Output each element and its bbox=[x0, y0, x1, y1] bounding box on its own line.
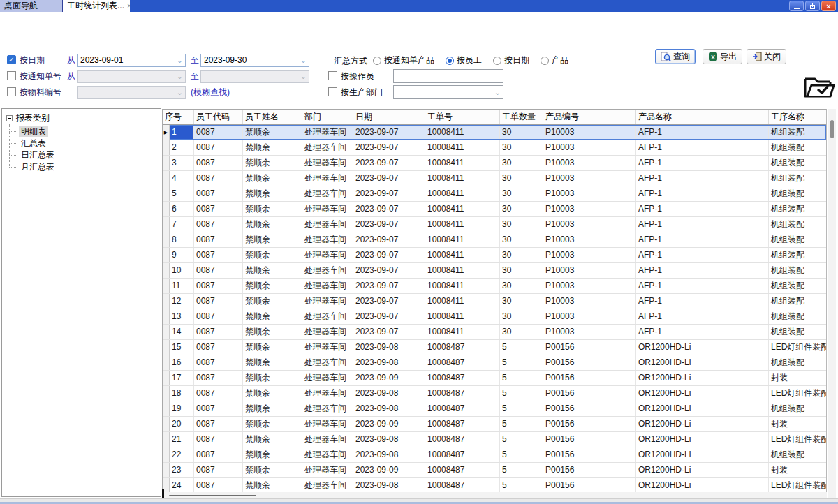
table-cell[interactable]: 禁顺余 bbox=[243, 309, 302, 324]
table-cell[interactable]: 2023-09-08 bbox=[353, 478, 425, 493]
table-cell[interactable]: 10008411 bbox=[425, 156, 500, 170]
table-cell[interactable]: OR1200HD-Li bbox=[636, 386, 769, 401]
table-cell[interactable]: 0087 bbox=[194, 417, 243, 431]
table-row[interactable]: 60087禁顺余处理器车间2023-09-071000841130P10003A… bbox=[163, 202, 826, 217]
table-cell[interactable]: 5 bbox=[500, 386, 543, 401]
table-cell[interactable]: 禁顺余 bbox=[243, 263, 302, 278]
table-cell[interactable]: 22 bbox=[170, 447, 194, 462]
table-row[interactable]: 40087禁顺余处理器车间2023-09-071000841130P10003A… bbox=[163, 171, 826, 186]
table-cell[interactable]: LED灯组件装配 bbox=[769, 340, 827, 355]
table-cell[interactable]: 处理器车间 bbox=[302, 186, 353, 201]
table-cell[interactable]: 禁顺余 bbox=[243, 279, 302, 293]
table-cell[interactable]: 0087 bbox=[194, 171, 243, 186]
table-cell[interactable]: 0087 bbox=[194, 202, 243, 216]
close-page-button[interactable]: 关闭 bbox=[747, 49, 786, 64]
table-cell[interactable]: 19 bbox=[170, 401, 194, 416]
chevron-down-icon[interactable]: ⌄ bbox=[300, 54, 307, 66]
table-cell[interactable]: 处理器车间 bbox=[302, 294, 353, 309]
table-cell[interactable]: 30 bbox=[500, 294, 543, 309]
table-cell[interactable]: 2023-09-07 bbox=[353, 186, 425, 201]
table-cell[interactable]: 2023-09-07 bbox=[353, 171, 425, 186]
tab-worktime-list[interactable]: 工时统计列表... × bbox=[63, 0, 130, 12]
table-cell[interactable]: 16 bbox=[170, 355, 194, 370]
table-cell[interactable]: 4 bbox=[170, 171, 194, 186]
table-cell[interactable]: OR1200HD-Li bbox=[636, 401, 769, 416]
table-cell[interactable]: 处理器车间 bbox=[302, 355, 353, 370]
table-cell[interactable]: 禁顺余 bbox=[243, 232, 302, 247]
chevron-down-icon[interactable]: ⌄ bbox=[177, 54, 183, 66]
table-cell[interactable]: OR1200HD-Li bbox=[636, 432, 769, 447]
table-cell[interactable]: 处理器车间 bbox=[302, 417, 353, 431]
table-cell[interactable]: 处理器车间 bbox=[302, 447, 353, 462]
table-row[interactable]: 120087禁顺余处理器车间2023-09-071000841130P10003… bbox=[163, 294, 826, 309]
column-header[interactable]: 员工姓名 bbox=[243, 110, 302, 124]
table-cell[interactable]: 0087 bbox=[194, 355, 243, 370]
table-cell[interactable]: 禁顺余 bbox=[243, 140, 302, 155]
table-cell[interactable]: 禁顺余 bbox=[243, 355, 302, 370]
table-cell[interactable]: 处理器车间 bbox=[302, 125, 353, 140]
table-cell[interactable]: AFP-1 bbox=[636, 294, 769, 309]
tab-close-icon[interactable]: × bbox=[127, 2, 130, 10]
table-cell[interactable]: 2023-09-07 bbox=[353, 279, 425, 293]
table-cell[interactable]: 2023-09-08 bbox=[353, 340, 425, 355]
table-cell[interactable]: 2023-09-07 bbox=[353, 140, 425, 155]
table-cell[interactable]: AFP-1 bbox=[636, 156, 769, 170]
table-cell[interactable]: 0087 bbox=[194, 248, 243, 262]
table-cell[interactable]: 禁顺余 bbox=[243, 447, 302, 462]
table-cell[interactable]: 10008487 bbox=[425, 447, 500, 462]
table-cell[interactable]: 15 bbox=[170, 340, 194, 355]
table-cell[interactable]: 2023-09-08 bbox=[353, 401, 425, 416]
table-cell[interactable]: 0087 bbox=[194, 447, 243, 462]
table-row[interactable]: 70087禁顺余处理器车间2023-09-071000841130P10003A… bbox=[163, 217, 826, 232]
table-cell[interactable]: P00156 bbox=[543, 371, 636, 385]
table-cell[interactable]: P00156 bbox=[543, 386, 636, 401]
table-cell[interactable]: 机组装配 bbox=[769, 202, 827, 216]
table-cell[interactable]: 10008411 bbox=[425, 248, 500, 262]
table-row[interactable]: 30087禁顺余处理器车间2023-09-071000841130P10003A… bbox=[163, 156, 826, 171]
by-date-checkbox[interactable]: ✓ bbox=[7, 55, 16, 64]
table-cell[interactable]: AFP-1 bbox=[636, 279, 769, 293]
table-cell[interactable]: 处理器车间 bbox=[302, 202, 353, 216]
table-cell[interactable]: 0087 bbox=[194, 125, 243, 140]
table-row[interactable]: 90087禁顺余处理器车间2023-09-071000841130P10003A… bbox=[163, 248, 826, 263]
table-cell[interactable]: 30 bbox=[500, 248, 543, 262]
table-cell[interactable]: 2023-09-08 bbox=[353, 386, 425, 401]
table-cell[interactable]: 21 bbox=[170, 432, 194, 447]
table-cell[interactable]: 处理器车间 bbox=[302, 140, 353, 155]
tree-item[interactable]: 月汇总表 bbox=[9, 161, 161, 173]
table-cell[interactable]: P10003 bbox=[543, 156, 636, 170]
table-cell[interactable]: 2023-09-09 bbox=[353, 417, 425, 431]
table-cell[interactable]: OR1200HD-Li bbox=[636, 417, 769, 431]
table-cell[interactable]: 禁顺余 bbox=[243, 217, 302, 232]
table-cell[interactable]: 30 bbox=[500, 263, 543, 278]
table-cell[interactable]: 5 bbox=[500, 478, 543, 493]
table-cell[interactable]: OR1200HD-Li bbox=[636, 478, 769, 493]
vertical-scrollbar[interactable] bbox=[828, 109, 836, 498]
table-cell[interactable]: 30 bbox=[500, 325, 543, 339]
table-row[interactable]: 200087禁顺余处理器车间2023-09-09100084875P00156O… bbox=[163, 417, 826, 432]
table-cell[interactable]: 0087 bbox=[194, 263, 243, 278]
by-material-checkbox[interactable] bbox=[7, 87, 16, 96]
table-cell[interactable]: P00156 bbox=[543, 463, 636, 477]
table-cell[interactable]: 10008411 bbox=[425, 171, 500, 186]
summary-option[interactable]: 产品 bbox=[541, 54, 568, 66]
table-cell[interactable]: 禁顺余 bbox=[243, 202, 302, 216]
table-cell[interactable]: P00156 bbox=[543, 340, 636, 355]
table-cell[interactable]: LED灯组件装配 bbox=[769, 478, 827, 493]
table-cell[interactable]: 2023-09-07 bbox=[353, 202, 425, 216]
table-cell[interactable]: P10003 bbox=[543, 202, 636, 216]
table-cell[interactable]: 处理器车间 bbox=[302, 156, 353, 170]
table-cell[interactable]: AFP-1 bbox=[636, 202, 769, 216]
table-cell[interactable]: 0087 bbox=[194, 232, 243, 247]
table-cell[interactable]: 10008411 bbox=[425, 202, 500, 216]
table-cell[interactable]: 30 bbox=[500, 279, 543, 293]
table-cell[interactable]: 处理器车间 bbox=[302, 279, 353, 293]
table-cell[interactable]: P10003 bbox=[543, 325, 636, 339]
table-cell[interactable]: 禁顺余 bbox=[243, 432, 302, 447]
table-cell[interactable]: 禁顺余 bbox=[243, 478, 302, 493]
table-row[interactable]: 20087禁顺余处理器车间2023-09-071000841130P10003A… bbox=[163, 140, 826, 156]
table-row[interactable]: 110087禁顺余处理器车间2023-09-071000841130P10003… bbox=[163, 279, 826, 294]
table-cell[interactable]: P10003 bbox=[543, 171, 636, 186]
table-cell[interactable]: 机组装配 bbox=[769, 217, 827, 232]
column-header[interactable]: 产品名称 bbox=[636, 110, 769, 124]
